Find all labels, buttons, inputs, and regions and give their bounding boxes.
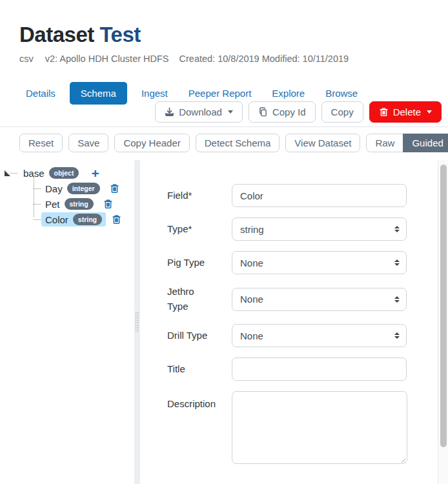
dataset-dates: Created: 10/8/2019 Modified: 10/11/2019 [179,54,349,64]
copy-label: Copy [331,106,354,117]
guided-toggle-button[interactable]: Guided [403,134,448,152]
raw-guided-toggle: Raw Guided [366,134,448,152]
description-label: Description [167,391,232,412]
trash-icon [112,214,121,225]
form-row-type: Type* string [167,217,407,241]
select-arrows-icon [394,332,400,339]
field-editor-form: Field* Type* string Pig Type None Jethro… [140,160,438,484]
download-label: Download [179,106,222,117]
drill-type-label: Drill Type [167,328,232,343]
tree-node-color[interactable]: Color string [34,212,134,227]
page-title-primary: Dataset [19,23,94,46]
form-row-pig-type: Pig Type None [167,251,407,274]
schema-toolbar: Reset Save Copy Header Detect Schema Vie… [19,134,431,152]
page-title-secondary: Test [99,23,140,46]
trash-icon [379,107,389,117]
select-arrows-icon [394,259,400,266]
trash-icon [103,199,113,209]
tree-node-inner-selected[interactable]: Color string [41,212,106,227]
tree-children: Day integer Pet string Color [34,181,134,227]
tree-root-base[interactable]: base object + [5,165,134,181]
tree-expander-icon[interactable] [5,170,10,176]
trash-icon [110,183,119,194]
delete-field-button[interactable] [103,199,113,209]
raw-toggle-button[interactable]: Raw [366,134,403,152]
jethro-type-label: Jethro Type [167,285,232,314]
type-select-value: string [240,224,264,235]
save-button[interactable]: Save [68,134,108,152]
copy-id-label: Copy Id [272,106,306,117]
vertical-scrollbar[interactable] [438,160,448,484]
chevron-down-icon [427,110,432,114]
pig-type-label: Pig Type [167,256,232,270]
description-textarea[interactable] [232,391,407,464]
tree-root-inner[interactable]: base object [19,166,83,180]
page-title: Dataset Test [19,22,429,48]
copy-icon [258,107,268,117]
schema-content: base object + Day integer Pet string [0,160,448,484]
add-field-button[interactable]: + [91,166,99,180]
delete-label: Delete [393,106,421,117]
page-header: Dataset Test csv v2: Apollo HDH Cluster … [0,0,448,64]
type-select[interactable]: string [232,217,407,241]
schema-tree-panel: base object + Day integer Pet string [0,160,134,484]
form-row-drill-type: Drill Type None [167,324,407,347]
form-row-title: Title [167,358,407,381]
tree-node-pet[interactable]: Pet string [34,196,134,212]
copy-button[interactable]: Copy [321,101,363,123]
download-button[interactable]: Download [155,101,243,123]
tree-node-inner[interactable]: Day integer [41,181,104,196]
splitter-grip-icon[interactable] [135,312,139,332]
drill-type-select-value: None [240,330,263,341]
tree-node-type-badge: string [65,198,94,210]
dataset-format: csv [19,54,34,64]
jethro-type-select-value: None [240,294,263,305]
jethro-type-select[interactable]: None [232,288,407,311]
chevron-down-icon [228,110,233,114]
pig-type-select[interactable]: None [232,251,407,274]
field-label: Field* [167,188,232,203]
select-arrows-icon [394,296,400,303]
tree-root-type-badge: object [49,167,79,179]
tree-node-type-badge: string [73,214,102,225]
dataset-meta: csv v2: Apollo HDH Cluster HDFS Created:… [19,54,429,64]
title-input[interactable] [232,358,407,381]
copy-id-button[interactable]: Copy Id [249,101,316,123]
form-row-description: Description [167,391,407,467]
description-textarea-wrap [232,391,407,467]
scrollbar-thumb[interactable] [440,165,447,447]
panel-splitter[interactable] [134,160,140,484]
tree-node-label: Pet [45,199,60,210]
dataset-actions-row: Download Copy Id Copy Delete [0,101,448,127]
view-dataset-button[interactable]: View Dataset [285,134,360,152]
delete-field-button[interactable] [112,214,121,225]
tree-node-label: Color [45,214,68,225]
download-icon [165,107,174,117]
tree-node-day[interactable]: Day integer [34,181,134,196]
dataset-version: v2: Apollo HDH Cluster HDFS [45,54,169,64]
copy-header-button[interactable]: Copy Header [114,134,189,152]
title-label: Title [167,362,232,377]
form-row-jethro-type: Jethro Type None [167,285,407,314]
reset-button[interactable]: Reset [19,134,63,152]
tree-connector [10,173,17,174]
type-label: Type* [167,222,232,237]
drill-type-select[interactable]: None [232,324,407,347]
delete-field-button[interactable] [110,183,119,194]
form-row-field: Field* [167,184,407,207]
delete-button[interactable]: Delete [369,101,442,123]
tree-node-type-badge: integer [67,183,100,194]
field-name-input[interactable] [232,184,407,207]
pig-type-select-value: None [240,257,263,268]
select-arrows-icon [394,226,400,232]
tree-node-label: Day [45,183,63,194]
tree-node-inner[interactable]: Pet string [41,197,97,211]
detect-schema-button[interactable]: Detect Schema [196,134,280,152]
